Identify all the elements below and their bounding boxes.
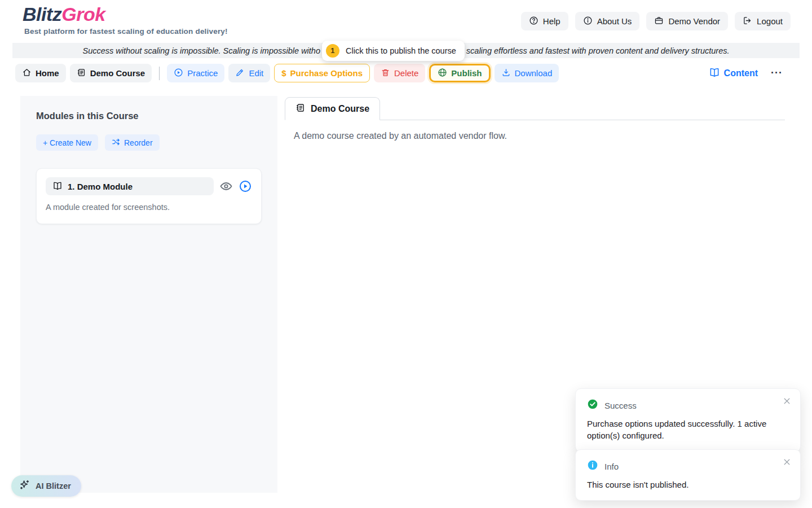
publish-button[interactable]: Publish — [429, 64, 490, 82]
publish-onboarding-tooltip: 1 Click this to publish the course — [322, 41, 465, 61]
preview-module-icon[interactable] — [219, 179, 233, 193]
notebook-icon — [295, 103, 306, 115]
home-icon — [22, 68, 32, 79]
practice-label: Practice — [187, 68, 218, 78]
ai-blitzer-label: AI Blitzer — [36, 481, 71, 491]
module-name: 1. Demo Module — [68, 182, 133, 191]
home-button[interactable]: Home — [15, 64, 66, 82]
ellipsis-icon: ··· — [771, 67, 783, 79]
download-icon — [501, 68, 511, 79]
module-description: A module created for screenshots. — [46, 203, 252, 212]
info-filled-icon — [587, 459, 598, 473]
home-label: Home — [36, 68, 59, 78]
app-logo: BlitzGrok — [23, 3, 105, 25]
play-circle-icon — [174, 68, 183, 79]
sparkles-icon — [19, 479, 30, 493]
sidebar-title: Modules in this Course — [36, 111, 262, 121]
logout-icon — [743, 16, 752, 27]
delete-button[interactable]: Delete — [374, 64, 425, 82]
check-circle-icon — [587, 398, 598, 412]
toast-success-header: Success — [587, 398, 789, 412]
help-label: Help — [543, 16, 561, 26]
course-toolbar: Home Demo Course Practice Edit $ Purchas… — [15, 64, 785, 82]
toast-success-title: Success — [604, 401, 637, 410]
practice-button[interactable]: Practice — [167, 64, 224, 82]
trash-icon — [381, 68, 390, 79]
edit-label: Edit — [249, 68, 263, 78]
course-panel: Demo Course A demo course created by an … — [285, 97, 785, 141]
content-label: Content — [724, 68, 758, 78]
sidebar-actions: + Create New Reorder — [36, 134, 262, 151]
logo-part-grok: Grok — [61, 3, 105, 25]
course-breadcrumb-label: Demo Course — [90, 68, 145, 78]
create-new-module-button[interactable]: + Create New — [36, 134, 98, 151]
book-icon — [52, 181, 63, 192]
help-circle-icon — [529, 16, 539, 27]
info-circle-icon — [583, 16, 593, 27]
globe-icon — [438, 68, 447, 79]
toast-info: Info This course isn't published. — [575, 449, 801, 501]
close-icon[interactable] — [782, 396, 792, 406]
tooltip-text: Click this to publish the course — [346, 46, 456, 55]
ai-blitzer-button[interactable]: AI Blitzer — [11, 475, 81, 497]
shuffle-icon — [112, 138, 120, 148]
tab-label: Demo Course — [311, 104, 369, 114]
download-button[interactable]: Download — [495, 64, 559, 82]
briefcase-icon — [654, 16, 664, 27]
toast-success: Success Purchase options updated success… — [575, 388, 801, 452]
module-title-pill[interactable]: 1. Demo Module — [46, 177, 214, 195]
toolbar-left-group: Home Demo Course Practice Edit $ Purchas… — [15, 64, 559, 82]
marquee-text-left: Success without scaling is impossible. S… — [83, 46, 320, 55]
top-nav: Help About Us Demo Vendor Logout — [521, 12, 791, 30]
toast-success-message: Purchase options updated successfully. 1… — [587, 418, 789, 442]
module-card-header: 1. Demo Module — [46, 177, 252, 195]
reorder-modules-button[interactable]: Reorder — [105, 134, 160, 151]
tab-demo-course[interactable]: Demo Course — [285, 97, 380, 120]
marquee-text-right: scaling effortless and fastest with prov… — [466, 46, 730, 55]
delete-label: Delete — [394, 68, 418, 78]
vendor-label: Demo Vendor — [668, 16, 720, 26]
purchase-options-label: Purchase Options — [290, 68, 363, 78]
purchase-options-button[interactable]: $ Purchase Options — [274, 64, 370, 82]
modules-sidebar: Modules in this Course + Create New Reor… — [20, 96, 277, 493]
content-button[interactable]: Content — [702, 64, 765, 82]
logo-part-blitz: Blitz — [23, 3, 61, 25]
marquee-banner: Success without scaling is impossible. S… — [12, 43, 800, 58]
app-window: BlitzGrok Best platform for fastest scal… — [0, 0, 812, 508]
reorder-label: Reorder — [124, 138, 153, 147]
logout-label: Logout — [757, 16, 783, 26]
toolbar-right-group: Content ··· — [702, 64, 785, 82]
app-tagline: Best platform for fastest scaling of edu… — [24, 27, 228, 36]
course-tabstrip: Demo Course — [285, 97, 785, 120]
toolbar-divider — [159, 67, 160, 80]
course-breadcrumb-button[interactable]: Demo Course — [70, 64, 152, 82]
download-label: Download — [515, 68, 553, 78]
module-card: 1. Demo Module A module created for scre… — [36, 168, 262, 224]
course-description: A demo course created by an automated ve… — [294, 131, 785, 141]
toast-info-title: Info — [604, 462, 619, 471]
edit-button[interactable]: Edit — [228, 64, 270, 82]
pencil-icon — [235, 68, 245, 79]
vendor-button[interactable]: Demo Vendor — [646, 12, 728, 30]
dollar-icon: $ — [281, 68, 286, 78]
notebook-icon — [77, 68, 86, 79]
about-us-button[interactable]: About Us — [575, 12, 640, 30]
toast-info-header: Info — [587, 459, 789, 473]
logout-button[interactable]: Logout — [735, 12, 791, 30]
toast-info-message: This course isn't published. — [587, 479, 789, 491]
help-button[interactable]: Help — [521, 12, 568, 30]
tooltip-step-badge: 1 — [326, 44, 339, 58]
book-open-icon — [709, 67, 720, 80]
more-options-button[interactable]: ··· — [769, 64, 785, 82]
publish-label: Publish — [451, 68, 482, 78]
play-module-icon[interactable] — [239, 179, 252, 193]
about-us-label: About Us — [597, 16, 632, 26]
close-icon[interactable] — [782, 457, 792, 467]
create-new-label: + Create New — [43, 138, 91, 147]
